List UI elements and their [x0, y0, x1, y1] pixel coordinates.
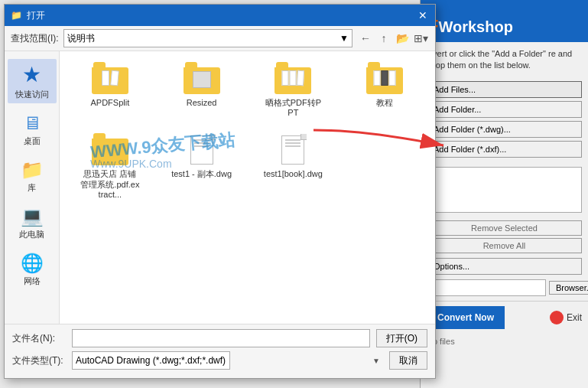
files-grid-row1: APDFSplit Resize — [67, 59, 427, 121]
tutorial-folder-icon — [365, 62, 404, 96]
output-path-input[interactable] — [433, 279, 546, 296]
remove-all-button[interactable]: Remove All — [427, 238, 582, 253]
dialog-toolbar: 查找范围(I): 说明书 ▼ ← ↑ 📂 ⊞▾ — [5, 26, 435, 51]
desktop-icon: 🖥 — [23, 112, 41, 134]
tutorial-label: 教程 — [376, 98, 393, 108]
sidebar-thispc-label: 此电脑 — [19, 229, 44, 240]
up-button[interactable]: ↑ — [375, 30, 392, 47]
sidebar-item-thispc[interactable]: 💻 此电脑 — [8, 203, 57, 243]
workshop-add-buttons: Add Files... Add Folder... Add Folder (*… — [421, 78, 588, 161]
workshop-title: Workshop — [438, 18, 512, 36]
thispc-icon: 💻 — [21, 206, 44, 227]
browser-button[interactable]: Browser... — [549, 281, 588, 295]
dialog-title-text: 打开 — [27, 9, 45, 22]
apdf-folder-icon — [90, 62, 130, 96]
filename-input[interactable] — [72, 329, 370, 347]
options-button[interactable]: Options... — [427, 258, 582, 275]
sidebar-desktop-label: 桌面 — [24, 135, 41, 147]
sidebar-network-label: 网络 — [24, 276, 41, 287]
dropdown-arrow-icon: ▼ — [339, 33, 349, 44]
open-button[interactable]: 打开(O) — [376, 329, 427, 347]
dialog-titlebar: 📁 打开 ✕ — [5, 5, 435, 26]
resized-folder-icon — [182, 62, 222, 96]
file-item-test1book[interactable]: test1[book].dwg — [251, 130, 336, 203]
dialog-title: 📁 打开 — [11, 9, 45, 22]
test1book-label: test1[book].dwg — [264, 169, 323, 179]
workshop-header: F Workshop — [421, 0, 588, 42]
sixun-label: 思迅天店 店铺管理系统.pdf.extract... — [80, 169, 141, 200]
workshop-options-section: Options... Browser... — [421, 255, 588, 301]
sidebar-quickaccess-label: 快速访问 — [15, 89, 49, 100]
toolbar-icons: ← ↑ 📂 ⊞▾ — [357, 30, 429, 47]
test1copy-file-icon — [182, 133, 222, 167]
file-open-dialog: 📁 打开 ✕ 查找范围(I): 说明书 ▼ ← ↑ 📂 ⊞▾ ★ 快速访问 🖥 — [4, 4, 436, 379]
location-label: 查找范围(I): — [11, 32, 59, 45]
dialog-body: ★ 快速访问 🖥 桌面 📁 库 💻 此电脑 🌐 网络 — [5, 51, 435, 324]
pdfppt-label: 晒格式PDF转PPT — [262, 98, 323, 118]
sidebar-item-network[interactable]: 🌐 网络 — [8, 249, 57, 290]
view-button[interactable]: ⊞▾ — [412, 30, 429, 47]
cancel-button[interactable]: 取消 — [389, 351, 427, 370]
quickaccess-icon: ★ — [22, 62, 41, 87]
workshop-file-list — [427, 167, 582, 213]
exit-label: Exit — [567, 312, 582, 323]
new-folder-button[interactable]: 📂 — [394, 30, 411, 47]
sidebar-item-quickaccess[interactable]: ★ 快速访问 — [8, 59, 57, 103]
current-folder-text: 说明书 — [67, 32, 95, 45]
no-files-label: No files — [421, 334, 588, 349]
add-folder-dxf-button[interactable]: Add Folder (*.dxf)... — [427, 141, 582, 158]
workshop-desc: nvert or click the "Add a Folder" re and… — [421, 42, 588, 78]
sidebar-item-desktop[interactable]: 🖥 桌面 — [8, 109, 57, 150]
filetype-label: 文件类型(T): — [12, 354, 66, 367]
apdf-label: APDFSplit — [91, 98, 130, 108]
workshop-remove-buttons: Remove Selected Remove All — [421, 219, 588, 255]
file-item-apdf[interactable]: APDFSplit — [67, 59, 153, 121]
sidebar-item-library[interactable]: 📁 库 — [8, 156, 57, 197]
files-grid-row2: WWW.9众友下载站 Www.9UPK.Com 思迅天店 店铺管理系统.pdf.… — [67, 130, 427, 203]
filetype-select-wrap: AutoCAD Drawing (*.dwg;*.dxf;*.dwf) ▼ — [72, 351, 383, 370]
workshop-panel: F Workshop nvert or click the "Add a Fol… — [420, 0, 588, 388]
filetype-row: 文件类型(T): AutoCAD Drawing (*.dwg;*.dxf;*.… — [12, 351, 427, 370]
pdfppt-folder-icon — [273, 62, 313, 96]
back-button[interactable]: ← — [357, 30, 374, 47]
sixun-folder-icon — [90, 133, 130, 167]
file-item-test1copy[interactable]: test1 - 副本.dwg — [159, 130, 245, 203]
file-item-resized[interactable]: Resized — [159, 59, 245, 121]
filename-row: 文件名(N): 打开(O) — [12, 329, 427, 347]
add-files-button[interactable]: Add Files... — [427, 81, 582, 98]
convert-now-button[interactable]: Convert Now — [427, 306, 505, 329]
workshop-path-row: Browser... — [427, 278, 582, 298]
test1copy-label: test1 - 副本.dwg — [171, 169, 232, 179]
folder-icon: 📁 — [11, 10, 22, 21]
exit-dot-icon — [550, 311, 564, 324]
network-icon: 🌐 — [21, 253, 44, 274]
sidebar-library-label: 库 — [28, 182, 36, 194]
filetype-arrow-icon: ▼ — [372, 357, 380, 365]
location-dropdown[interactable]: 说明书 ▼ — [63, 29, 352, 47]
dialog-files-area: APDFSplit Resize — [60, 51, 435, 324]
resized-label: Resized — [187, 98, 217, 108]
remove-selected-button[interactable]: Remove Selected — [427, 220, 582, 236]
file-item-pdfppt[interactable]: 晒格式PDF转PPT — [251, 59, 336, 121]
test1book-file-icon — [273, 133, 313, 167]
exit-button[interactable]: Exit — [550, 311, 582, 324]
filetype-select[interactable]: AutoCAD Drawing (*.dwg;*.dxf;*.dwf) — [72, 351, 230, 370]
dialog-bottom: 文件名(N): 打开(O) 文件类型(T): AutoCAD Drawing (… — [5, 324, 435, 378]
dialog-close-button[interactable]: ✕ — [417, 9, 429, 21]
add-folder-dwg-button[interactable]: Add Folder (*.dwg)... — [427, 121, 582, 138]
library-icon: 📁 — [21, 159, 44, 181]
add-folder-button[interactable]: Add Folder... — [427, 101, 582, 118]
file-item-sixun[interactable]: 思迅天店 店铺管理系统.pdf.extract... — [67, 130, 153, 203]
dialog-sidebar: ★ 快速访问 🖥 桌面 📁 库 💻 此电脑 🌐 网络 — [5, 51, 60, 324]
workshop-bottom-bar: Convert Now Exit — [421, 301, 588, 334]
file-item-tutorial[interactable]: 教程 — [342, 59, 427, 121]
filename-label: 文件名(N): — [12, 332, 66, 345]
